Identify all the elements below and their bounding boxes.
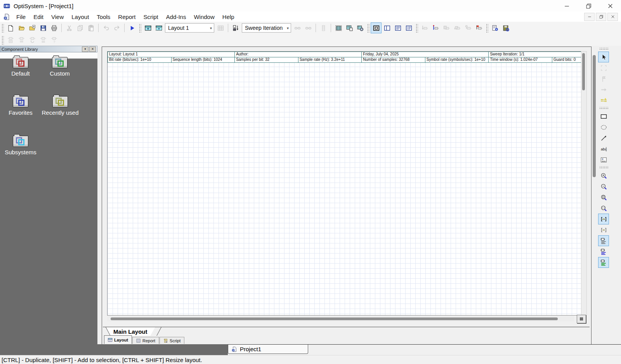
workspace-vertical-scrollbar[interactable] <box>592 47 597 344</box>
component-rotate-button[interactable] <box>27 35 38 45</box>
zoom-page-button[interactable] <box>598 192 609 203</box>
save-component-button[interactable] <box>441 22 452 33</box>
delete-layout-button[interactable] <box>215 22 226 33</box>
toolbar-grip[interactable] <box>415 23 418 33</box>
zoom-in-button[interactable] <box>598 170 609 181</box>
close-button[interactable] <box>599 0 621 12</box>
toolbar-grip[interactable] <box>139 23 141 33</box>
text-tool-button[interactable] <box>598 143 609 154</box>
menu-tools[interactable]: Tools <box>93 14 114 20</box>
auto-connect-off-button[interactable] <box>598 224 609 235</box>
toolbar-grip[interactable] <box>599 48 608 50</box>
connection-tool-button[interactable] <box>598 95 609 106</box>
menu-addins[interactable]: Add-Ins <box>162 14 190 20</box>
cut-button[interactable] <box>64 22 75 33</box>
library-folder-favorites[interactable]: Favorites <box>2 96 39 116</box>
export-component-button[interactable] <box>419 22 430 33</box>
horizontal-scrollbar-thumb[interactable] <box>111 317 558 320</box>
redo-button[interactable] <box>111 22 122 33</box>
save-button[interactable] <box>38 22 49 33</box>
calculate-play-button[interactable] <box>127 22 137 33</box>
restore-button[interactable] <box>578 0 599 12</box>
auto-connect-on-button[interactable] <box>598 214 609 224</box>
component-grid-button[interactable] <box>38 35 49 45</box>
toolbar-grip[interactable] <box>367 23 369 33</box>
component-label-button[interactable] <box>5 35 16 45</box>
tab-layout[interactable]: Layout <box>104 335 132 344</box>
component-lines-button[interactable] <box>16 35 27 45</box>
library-folder-recently-used[interactable]: Recently used <box>39 96 82 116</box>
menu-layout[interactable]: Layout <box>68 14 93 20</box>
import-button[interactable] <box>27 22 38 33</box>
menu-view[interactable]: View <box>47 14 68 20</box>
save-all-button[interactable] <box>500 22 511 33</box>
view-details-button[interactable] <box>403 22 414 33</box>
select-area-tool-button[interactable] <box>598 62 609 73</box>
layout-options-button[interactable] <box>355 22 366 33</box>
minimize-button[interactable] <box>556 0 578 12</box>
report-page-button[interactable] <box>489 22 500 33</box>
sweep-combobox[interactable]: Sweep Iteration ▾ <box>242 23 291 33</box>
view-normal-button[interactable] <box>371 22 382 33</box>
locate-component-button[interactable] <box>463 22 474 33</box>
zoom-actual-size-button[interactable] <box>598 203 609 214</box>
new-layout-button[interactable] <box>142 22 153 33</box>
paste-button[interactable] <box>85 22 96 33</box>
menu-window[interactable]: Window <box>190 14 218 20</box>
copy-button[interactable] <box>75 22 85 33</box>
line-tool-button[interactable] <box>598 133 609 143</box>
path-tool-button[interactable] <box>598 84 609 95</box>
toolbar-grip[interactable] <box>599 107 608 110</box>
tab-report[interactable]: Report <box>132 337 159 344</box>
workspace-scrollbar-thumb[interactable] <box>593 55 596 177</box>
print-button[interactable] <box>49 22 59 33</box>
library-folder-custom[interactable]: Custom <box>41 57 78 77</box>
pin-tool-button[interactable] <box>598 73 609 84</box>
show-labels-button[interactable] <box>598 235 609 246</box>
canvas-horizontal-scrollbar[interactable] <box>107 316 574 321</box>
library-folder-subsystems[interactable]: Subsystems <box>2 136 39 155</box>
toolbar-grip[interactable] <box>486 23 488 33</box>
mdi-close-button[interactable] <box>607 13 618 21</box>
new-button[interactable] <box>5 22 16 33</box>
open-button[interactable] <box>16 22 27 33</box>
view-split-button[interactable] <box>382 22 392 33</box>
project-tab[interactable]: Project1 <box>228 345 308 354</box>
panel-menu-button[interactable]: ▾ <box>82 47 88 52</box>
sweep-mode-button[interactable] <box>230 22 241 33</box>
layout-properties-button[interactable] <box>344 22 355 33</box>
library-folder-default[interactable]: Default <box>2 57 39 77</box>
menu-help[interactable]: Help <box>219 14 238 20</box>
menu-edit[interactable]: Edit <box>29 14 47 20</box>
component-library-header[interactable]: Component Library ▾ ✕ <box>0 46 97 52</box>
menu-script[interactable]: Script <box>139 14 162 20</box>
image-tool-button[interactable] <box>598 154 609 165</box>
show-parameters-button[interactable] <box>598 257 609 268</box>
grid-view-corner-button[interactable] <box>577 315 586 323</box>
layout-canvas[interactable]: Layout: Layout 1 Author: Friday, July 04… <box>107 51 582 316</box>
load-component-button[interactable] <box>452 22 463 33</box>
toolbar-grip[interactable] <box>599 166 608 169</box>
main-layout-tab[interactable]: Main Layout <box>106 327 155 336</box>
ellipse-tool-button[interactable] <box>598 122 609 133</box>
mdi-restore-button[interactable] <box>596 13 606 21</box>
menu-report[interactable]: Report <box>114 14 139 20</box>
undo-button[interactable] <box>101 22 111 33</box>
duplicate-layout-button[interactable] <box>153 22 164 33</box>
zoom-out-button[interactable] <box>598 181 609 192</box>
select-tool-button[interactable] <box>598 52 609 62</box>
rectangle-tool-button[interactable] <box>598 111 609 122</box>
show-ports-button[interactable] <box>598 246 609 257</box>
toolbar-grip[interactable] <box>1 35 4 45</box>
select-layout-button[interactable] <box>333 22 344 33</box>
calculation-table-button[interactable] <box>318 22 329 33</box>
next-sweep-button[interactable] <box>303 22 314 33</box>
menu-file[interactable]: File <box>12 14 29 20</box>
component-help-button[interactable] <box>49 35 59 45</box>
view-list-button[interactable] <box>392 22 403 33</box>
layout-combobox[interactable]: Layout 1 ▾ <box>165 23 214 33</box>
flag-component-button[interactable] <box>474 22 484 33</box>
add-component-button[interactable] <box>430 22 441 33</box>
toolbar-grip[interactable] <box>1 23 4 33</box>
tab-script[interactable]: Script <box>160 337 184 344</box>
